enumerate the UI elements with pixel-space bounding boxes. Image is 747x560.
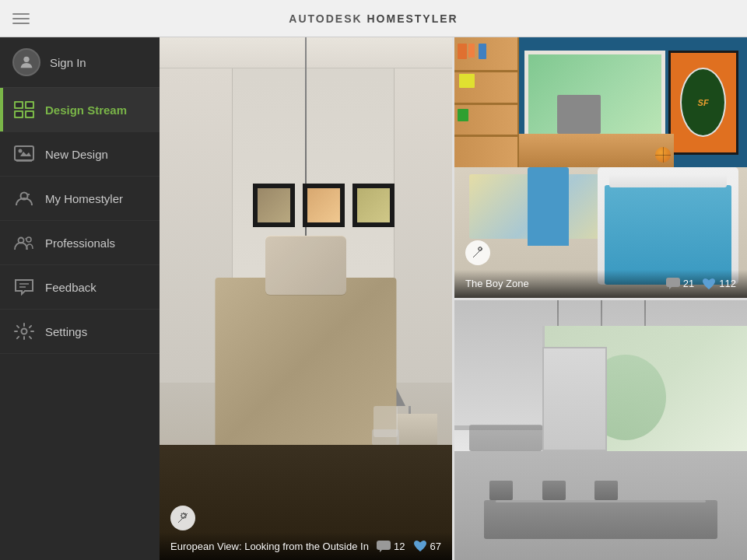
my-homestyler-icon — [12, 187, 36, 210]
title-prefix: AUTODESK — [289, 12, 362, 25]
menu-button[interactable] — [12, 10, 30, 27]
comment-icon — [377, 541, 391, 552]
design-grid: European View: Looking from the Outside … — [160, 37, 747, 560]
heart-icon — [413, 540, 427, 552]
svg-rect-21 — [666, 278, 680, 287]
svg-marker-22 — [669, 287, 672, 289]
sidebar-item-label: Settings — [45, 325, 87, 338]
person-icon — [18, 54, 35, 71]
card-overlay-2: The Boy Zone 21 112 — [454, 270, 747, 298]
svg-rect-8 — [26, 112, 33, 117]
card-title-2: The Boy Zone — [465, 278, 529, 289]
sidebar-item-label: Feedback — [45, 281, 96, 294]
comment-count-1: 12 — [394, 541, 405, 552]
app-title: AUTODESK HOMESTYLER — [289, 12, 458, 25]
sidebar-item-design-stream[interactable]: Design Stream — [0, 88, 160, 132]
settings-icon — [12, 320, 36, 343]
svg-marker-20 — [380, 550, 382, 552]
card-stats-1: 12 67 — [377, 540, 441, 552]
design-card-3[interactable] — [454, 300, 747, 561]
sidebar-item-new-design[interactable]: New Design — [0, 132, 160, 177]
heart-icon-2 — [702, 278, 716, 290]
sidebar-item-label: Design Stream — [45, 103, 127, 117]
professionals-icon — [12, 231, 36, 254]
svg-point-10 — [19, 149, 23, 153]
like-count-2: 112 — [719, 278, 736, 289]
edit-button-2[interactable] — [465, 240, 490, 265]
design-card-1[interactable]: European View: Looking from the Outside … — [160, 37, 452, 560]
edit-button-1[interactable] — [170, 506, 195, 530]
design-stream-icon — [12, 98, 36, 121]
sidebar-item-label: New Design — [45, 148, 108, 161]
card-overlay-1: European View: Looking from the Outside … — [160, 532, 452, 560]
sign-in-label: Sign In — [50, 56, 86, 69]
sidebar-item-feedback[interactable]: Feedback — [0, 265, 160, 310]
svg-rect-19 — [377, 541, 391, 550]
sidebar-item-settings[interactable]: Settings — [0, 310, 160, 354]
feedback-icon — [12, 275, 36, 299]
avatar — [12, 48, 40, 76]
comment-icon-2 — [666, 278, 680, 289]
new-design-icon — [12, 142, 36, 166]
sidebar-item-professionals[interactable]: Professionals — [0, 221, 160, 265]
svg-point-18 — [184, 513, 185, 515]
svg-rect-6 — [26, 103, 33, 107]
comment-count-2: 21 — [683, 278, 694, 289]
svg-point-14 — [26, 237, 31, 242]
svg-point-0 — [23, 57, 29, 62]
like-count-1: 67 — [430, 541, 441, 552]
design-card-2[interactable]: SF — [454, 37, 747, 298]
card-title-1: European View: Looking from the Outside … — [170, 541, 369, 552]
sidebar: Sign In Design Stream — [0, 37, 160, 560]
comment-stat-2: 21 — [666, 278, 694, 289]
like-stat-2: 112 — [702, 278, 736, 290]
sidebar-item-label: Professionals — [45, 236, 115, 250]
wand-icon-2 — [472, 247, 484, 259]
sidebar-item-my-homestyler[interactable]: My Homestyler — [0, 177, 160, 221]
card-stats-2: 21 112 — [666, 278, 736, 290]
wand-icon — [177, 512, 189, 524]
svg-point-17 — [22, 329, 27, 334]
svg-rect-5 — [16, 103, 22, 107]
header: AUTODESK HOMESTYLER — [0, 0, 747, 37]
sidebar-item-label: My Homestyler — [45, 192, 123, 205]
svg-rect-7 — [16, 112, 22, 117]
sign-in-button[interactable]: Sign In — [0, 37, 160, 88]
like-stat-1: 67 — [413, 540, 441, 552]
comment-stat-1: 12 — [377, 541, 405, 552]
title-suffix: HOMESTYLER — [366, 12, 458, 25]
